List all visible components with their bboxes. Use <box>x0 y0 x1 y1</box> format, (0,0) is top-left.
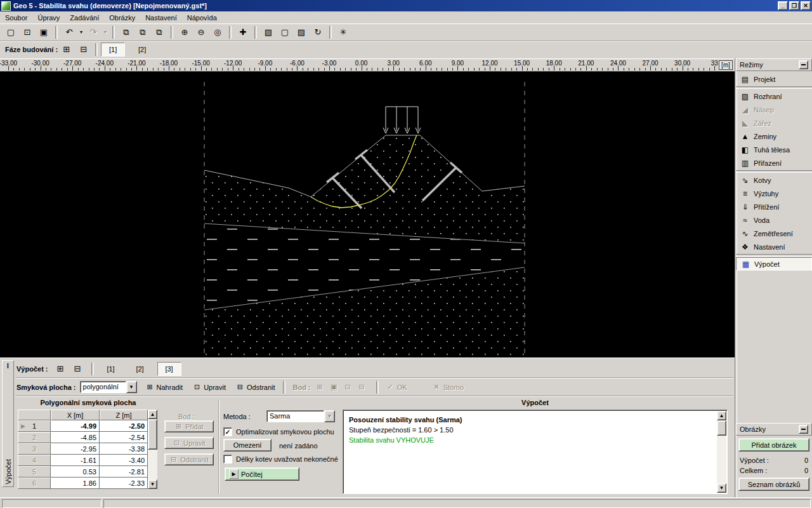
remove-analysis-icon[interactable]: ⊟ <box>71 362 84 375</box>
cell-x[interactable]: -2.95 <box>51 443 100 455</box>
row-header[interactable]: ▶ 1 <box>18 420 51 432</box>
open-file-icon[interactable]: ⊡ <box>20 25 35 40</box>
scrollbar-thumb[interactable] <box>148 419 157 450</box>
sidebar-item-vypocet[interactable]: ▦ Výpočet <box>736 257 812 271</box>
cell-z[interactable]: -2.33 <box>100 478 148 489</box>
sidebar-item-zemetreseni[interactable]: ∿ Zemětřesení <box>736 227 812 240</box>
phase-tab-2[interactable]: [2] <box>130 43 154 57</box>
optimize-checkbox[interactable]: ✓ <box>223 427 232 436</box>
dropdown-arrow-icon[interactable]: ▼ <box>324 410 335 422</box>
copy-picture-icon[interactable]: ⧉ <box>119 25 134 40</box>
sidebar-item-pritizeni[interactable]: ⇓ Přitížení <box>736 200 812 213</box>
analysis-tab-1[interactable]: [1] <box>99 362 123 376</box>
ok-button[interactable]: ✓ OK <box>386 383 407 391</box>
modes-collapse-button[interactable] <box>799 60 808 69</box>
cell-x[interactable]: -4.99 <box>51 420 100 432</box>
table-row[interactable]: 2 -4.85 -2.54 <box>18 432 148 443</box>
remove-button[interactable]: ⊟ Odstranit <box>236 383 275 391</box>
table-row[interactable]: 4 -1.61 -3.40 <box>18 455 148 466</box>
phase-tab-1[interactable]: [1] <box>101 43 125 57</box>
view-window-icon[interactable]: ▢ <box>277 25 292 40</box>
menu-zadavani[interactable]: Zadávání <box>65 13 104 23</box>
scrollbar-track[interactable] <box>717 436 726 483</box>
row-header[interactable]: 2 <box>18 432 51 443</box>
minimize-button[interactable]: _ <box>778 1 788 10</box>
cell-z[interactable]: -2.54 <box>100 432 148 443</box>
row-header[interactable]: 4 <box>18 455 51 466</box>
analysis-tab-2[interactable]: [2] <box>128 362 152 376</box>
add-picture-button[interactable]: Přidat obrázek <box>738 438 809 451</box>
analysis-tab-3[interactable]: [3] <box>157 362 181 376</box>
dropdown-arrow-icon[interactable]: ▼ <box>126 381 137 393</box>
copy-clipboard-icon[interactable]: ⧉ <box>152 25 167 40</box>
table-row[interactable]: 3 -2.95 -3.38 <box>18 443 148 455</box>
menu-nastaveni[interactable]: Nastavení <box>140 13 182 23</box>
restore-button[interactable]: ❐ <box>789 1 799 10</box>
zoom-in-icon[interactable]: ⊕ <box>177 25 192 40</box>
point-edit-icon[interactable]: ⊡ <box>344 383 352 391</box>
refresh-view-icon[interactable]: ↻ <box>310 25 325 40</box>
point-add-button[interactable]: ⊞ Přidat <box>164 420 214 432</box>
anchors-checkbox[interactable] <box>223 455 232 464</box>
table-row[interactable]: 6 1.86 -2.33 <box>18 478 148 489</box>
replace-button[interactable]: ⊞ Nahradit <box>146 383 183 391</box>
remove-phase-icon[interactable]: ⊟ <box>77 43 90 56</box>
point-add-icon[interactable]: ⊞ <box>316 383 324 391</box>
cell-z[interactable]: -2.50 <box>100 420 148 432</box>
scroll-down-icon[interactable]: ▼ <box>717 483 726 493</box>
point-remove-button[interactable]: ⊟ Odstranit <box>164 453 214 465</box>
point-remove-icon[interactable]: ⊟ <box>358 383 366 391</box>
table-row[interactable]: 5 0.53 -2.81 <box>18 466 148 478</box>
cell-z[interactable]: -3.38 <box>100 443 148 455</box>
restriction-button[interactable]: Omezení <box>223 439 272 451</box>
row-header[interactable]: 5 <box>18 466 51 478</box>
copy-document-icon[interactable]: ⧉ <box>135 25 150 40</box>
sidebar-item-projekt[interactable]: ▤ Projekt <box>736 72 812 86</box>
menu-obrazky[interactable]: Obrázky <box>104 13 140 23</box>
redraw-icon[interactable]: ✳ <box>336 25 351 40</box>
redo-icon[interactable]: ↷ <box>86 25 101 40</box>
new-file-icon[interactable]: ▢ <box>3 25 18 40</box>
zoom-selection-icon[interactable]: ◎ <box>210 25 225 40</box>
row-header[interactable]: 3 <box>18 443 51 455</box>
cell-x[interactable]: 0.53 <box>51 466 100 478</box>
sidebar-item-zarez[interactable]: ◣ Zářez <box>736 116 812 130</box>
method-dropdown[interactable]: Sarma ▼ <box>266 410 335 422</box>
menu-soubor[interactable]: Soubor <box>0 13 32 23</box>
optimize-checkbox-row[interactable]: ✓ Optimalizovat smykovou plochu <box>223 427 334 436</box>
row-header[interactable]: 6 <box>18 478 51 489</box>
close-button[interactable]: ✕ <box>801 1 811 10</box>
menu-upravy[interactable]: Úpravy <box>32 13 65 23</box>
zoom-out-icon[interactable]: ⊖ <box>193 25 209 40</box>
menu-napoveda[interactable]: Nápovìda <box>182 13 222 23</box>
point-grid-icon[interactable]: ▣ <box>330 383 338 391</box>
anchors-checkbox-row[interactable]: Délky kotev uvažovat nekonečné <box>223 455 338 464</box>
view-previous-icon[interactable]: ▨ <box>294 25 309 40</box>
scroll-down-icon[interactable]: ▼ <box>148 479 157 489</box>
pan-icon[interactable]: ✚ <box>235 25 251 40</box>
redo-dropdown-icon[interactable]: ▾ <box>102 25 109 40</box>
scrollbar-thumb[interactable] <box>717 420 726 436</box>
save-file-icon[interactable]: ▣ <box>36 25 51 40</box>
undo-dropdown-icon[interactable]: ▾ <box>77 25 85 40</box>
scroll-up-icon[interactable]: ▲ <box>717 411 726 420</box>
view-fit-icon[interactable]: ▧ <box>261 25 276 40</box>
sidebar-item-prirazeni[interactable]: ▥ Přiřazení <box>736 156 812 170</box>
sidebar-item-nastaveni[interactable]: ❖ Nastavení <box>736 240 812 253</box>
cell-z[interactable]: -2.81 <box>100 466 148 478</box>
frame-vertical-tab[interactable]: I Výpočet <box>2 360 14 487</box>
run-analysis-button[interactable]: ▶ Počítej <box>225 467 299 481</box>
sidebar-item-kotvy[interactable]: ⇘ Kotvy <box>736 173 812 187</box>
images-collapse-button[interactable] <box>799 425 808 434</box>
cell-x[interactable]: -1.61 <box>51 455 100 466</box>
add-analysis-icon[interactable]: ⊞ <box>54 362 67 375</box>
undo-icon[interactable]: ↶ <box>62 25 77 40</box>
sidebar-item-zeminy[interactable]: ▲ Zeminy <box>736 130 812 143</box>
slip-surface-dropdown[interactable]: polygonální ▼ <box>80 381 137 393</box>
sidebar-item-rozhrani[interactable]: ▨ Rozhraní <box>736 90 812 103</box>
sidebar-item-nasep[interactable]: ◢ Násep <box>736 103 812 116</box>
sidebar-item-tuha-telesa[interactable]: ◧ Tuhá tělesa <box>736 143 812 156</box>
scroll-up-icon[interactable]: ▲ <box>148 410 157 419</box>
point-edit-button[interactable]: ⊡ Upravit <box>164 437 214 449</box>
cancel-button[interactable]: ✕ Storno <box>433 383 464 391</box>
